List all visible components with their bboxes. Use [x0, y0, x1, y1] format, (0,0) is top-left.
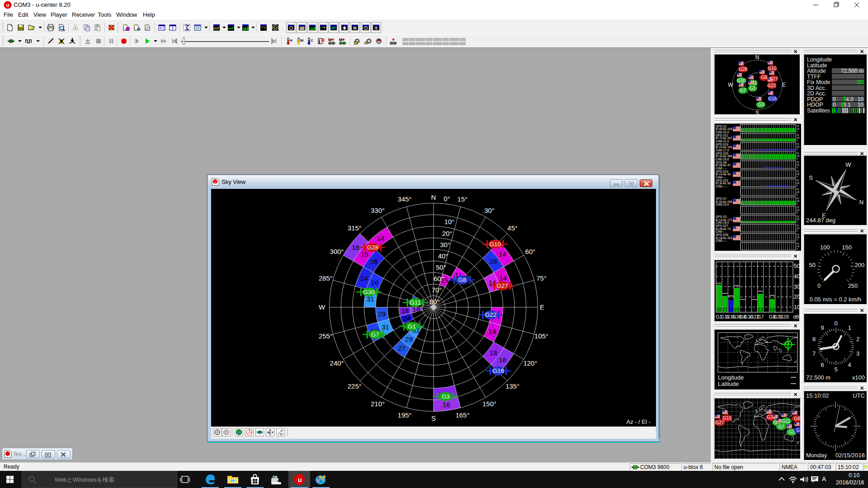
svg-text:72.500 m: 72.500 m: [806, 374, 830, 381]
svg-text:10: 10: [858, 102, 864, 108]
svg-text:250: 250: [848, 282, 858, 289]
svg-text:0: 0: [833, 102, 836, 108]
svg-text:G22: G22: [768, 83, 776, 88]
svg-text:80°: 80°: [280, 433, 283, 436]
svg-text:UTC: UTC: [853, 392, 865, 399]
svg-text:G27: G27: [496, 282, 508, 289]
svg-text:W: W: [319, 303, 326, 311]
svg-text:285°: 285°: [319, 274, 333, 282]
svg-text:5: 5: [797, 130, 798, 133]
svg-text:01: 01: [137, 28, 141, 31]
svg-text:3: 3: [856, 350, 859, 357]
svg-text:S: S: [755, 110, 759, 114]
svg-text:1: 1: [848, 324, 851, 331]
svg-text:45°: 45°: [507, 224, 518, 232]
svg-text:N: N: [431, 193, 436, 201]
svg-text:G7: G7: [371, 331, 379, 338]
svg-text:C/N0 --.-: C/N0 --.-: [716, 185, 727, 188]
svg-text:40: 40: [794, 273, 799, 280]
svg-text:60°: 60°: [525, 248, 536, 255]
svg-text:W: W: [300, 38, 303, 42]
svg-text:G30: G30: [737, 78, 745, 83]
svg-text:C/N0 --.-: C/N0 --.-: [716, 230, 727, 233]
svg-text:5: 5: [797, 248, 798, 250]
svg-text:20°: 20°: [442, 230, 453, 237]
svg-text:150: 150: [842, 244, 852, 251]
svg-text:31: 31: [382, 323, 389, 331]
svg-text:80°: 80°: [429, 298, 440, 305]
svg-text:C/N0 23.0: C/N0 23.0: [716, 203, 729, 206]
svg-text:4: 4: [848, 361, 851, 368]
svg-text:150°: 150°: [482, 400, 496, 408]
svg-text:G28: G28: [779, 314, 789, 319]
svg-text:5: 5: [797, 221, 798, 223]
svg-text:72.500 m: 72.500 m: [841, 68, 863, 74]
svg-text:G7: G7: [740, 88, 746, 93]
svg-text:G11: G11: [782, 419, 791, 424]
svg-text:u: u: [214, 180, 216, 184]
svg-text:5: 5: [797, 175, 798, 178]
svg-text:24: 24: [403, 314, 410, 322]
svg-text:G10: G10: [768, 66, 777, 71]
svg-text:5: 5: [797, 139, 798, 142]
svg-text:5: 5: [797, 193, 798, 196]
svg-text:G8: G8: [761, 75, 767, 80]
svg-text:15°: 15°: [458, 195, 468, 203]
svg-text:C: C: [311, 38, 313, 42]
svg-text:26: 26: [370, 258, 378, 265]
svg-text:15:10:02: 15:10:02: [806, 392, 829, 399]
svg-text:C/N0 32.0: C/N0 32.0: [716, 131, 729, 134]
svg-text:C/N0 21.0: C/N0 21.0: [716, 140, 729, 143]
svg-text:C/N0 17.0: C/N0 17.0: [716, 149, 729, 152]
svg-text:G28: G28: [739, 67, 747, 72]
svg-text:5: 5: [797, 148, 798, 151]
svg-text:G22: G22: [485, 311, 497, 318]
svg-text:300°: 300°: [330, 248, 344, 255]
svg-text:18: 18: [352, 244, 359, 251]
svg-text:3D: 3D: [857, 79, 864, 85]
svg-text:18: 18: [499, 356, 506, 364]
svg-text:30: 30: [794, 284, 799, 290]
svg-text:5: 5: [797, 157, 798, 160]
svg-text:5: 5: [797, 239, 798, 241]
svg-text:16: 16: [443, 401, 450, 408]
svg-text:30°: 30°: [440, 241, 450, 249]
svg-text:Satellites: Satellites: [807, 108, 830, 114]
svg-text:50: 50: [794, 263, 799, 269]
svg-text:120°: 120°: [523, 359, 537, 367]
svg-text:195°: 195°: [398, 411, 412, 419]
svg-text:G3: G3: [788, 430, 795, 435]
svg-text:G28: G28: [367, 244, 379, 251]
svg-text:G16: G16: [492, 367, 504, 374]
svg-text:dB: dB: [793, 314, 799, 319]
svg-text:19: 19: [490, 349, 497, 357]
svg-text:17: 17: [728, 307, 734, 312]
svg-text:70°: 70°: [432, 286, 442, 294]
svg-text:30°: 30°: [484, 206, 495, 214]
svg-text:14: 14: [489, 328, 496, 335]
svg-text:Latitude: Latitude: [718, 380, 739, 387]
svg-text:21: 21: [722, 307, 727, 312]
svg-text:60°: 60°: [434, 275, 444, 282]
svg-text:29: 29: [734, 307, 740, 312]
svg-text:8: 8: [812, 336, 816, 343]
svg-text:Monday: Monday: [806, 452, 827, 459]
svg-text:N: N: [755, 55, 760, 61]
svg-text:C/N0 29.0: C/N0 29.0: [716, 158, 729, 161]
svg-text:200: 200: [854, 262, 864, 268]
svg-text:5: 5: [797, 184, 798, 187]
svg-text:210°: 210°: [371, 400, 385, 408]
svg-text:10: 10: [794, 304, 799, 310]
svg-text:0: 0: [834, 320, 837, 327]
svg-text:G10: G10: [490, 241, 501, 248]
svg-text:10°: 10°: [444, 218, 455, 225]
svg-text:u: u: [6, 2, 9, 8]
svg-text:100: 100: [820, 244, 830, 251]
svg-text:50°: 50°: [436, 263, 446, 271]
svg-text:M: M: [339, 38, 343, 42]
svg-text:240°: 240°: [330, 359, 344, 367]
svg-text:G8: G8: [458, 277, 467, 283]
svg-text:26: 26: [371, 279, 379, 286]
svg-text:G11: G11: [410, 299, 421, 306]
svg-text:02/15/2016: 02/15/2016: [835, 452, 865, 459]
